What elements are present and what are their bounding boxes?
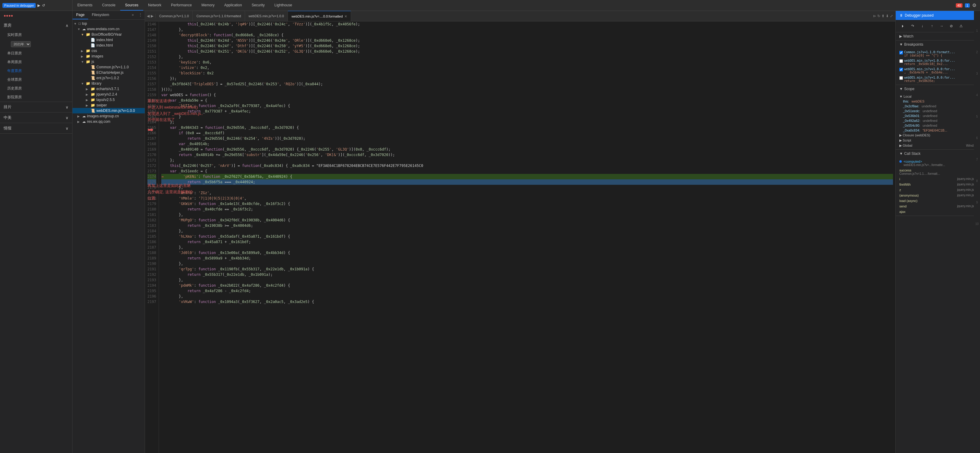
scope-key-this: this: — [903, 99, 909, 103]
tab-elements[interactable]: Elements — [73, 0, 97, 11]
tab-action-icon5[interactable]: ⤢ — [890, 14, 893, 18]
scope-global-header[interactable]: ▶ Global Wind... — [899, 143, 976, 148]
tree-item-echartshelper[interactable]: 📜 EChartsHelper.js — [73, 70, 145, 75]
breakpoint-checkbox-3[interactable] — [899, 68, 903, 71]
tab-action-icon2[interactable]: ↻ — [877, 14, 880, 18]
file-tree-options[interactable]: ⋮ — [136, 11, 145, 19]
code-tab-commonjs-formatted[interactable]: Common.js?v=1.1.0:formatted — [193, 11, 245, 21]
scope-local-header[interactable]: ▼ Local — [899, 94, 976, 99]
code-content[interactable]: this[_0x2246('0x24b', ')q#9')][_0x2246('… — [159, 21, 896, 453]
tree-item-jquery[interactable]: ▶ 📁 jquery/v2.2.4 — [73, 92, 145, 97]
call-stack-item-i[interactable]: i jquery.min.js:2 — [899, 176, 976, 182]
debug-step-btn[interactable]: → — [938, 22, 945, 30]
tree-item-js[interactable]: ▼ 📁 js — [73, 59, 145, 64]
tree-item-wxqq[interactable]: ▶ ☁ res.wx.qq.com — [73, 119, 145, 124]
tab-lighthouse[interactable]: Lighthouse — [269, 0, 297, 11]
debug-deactivate-btn[interactable]: ⊘ — [948, 22, 955, 30]
nav-group-header-info[interactable]: 情报 ∨ — [0, 123, 72, 133]
call-stack-item-firewith[interactable]: fireWith jquery.min.js:2 — [899, 182, 976, 187]
tree-item-library[interactable]: ▼ 📁 library — [73, 81, 145, 86]
nav-subitem-history[interactable]: 历史票房 — [0, 84, 72, 93]
code-tab-webdes-minjs[interactable]: webDES.min.js?v=1.0.0 — [245, 11, 288, 21]
breakpoints-section-header[interactable]: ▼ Breakpoints — [896, 40, 980, 48]
scope-section-header[interactable]: ▼ Scope — [896, 85, 980, 93]
tree-item-echarts[interactable]: ▶ 📁 echarts/v3.7.1 — [73, 86, 145, 92]
call-stack-item-z[interactable]: z jquery.min.js:4 — [899, 187, 976, 193]
nav-subitem-cinema[interactable]: 影院票房 — [0, 93, 72, 102]
tree-folder-icon-images: 📁 — [86, 54, 90, 58]
watch-section-header[interactable]: ▶ Watch — [896, 32, 980, 40]
tree-item-entjs[interactable]: 📜 ent.js?v=1.0.2 — [73, 75, 145, 81]
breakpoint-item-2[interactable]: webDES.min.js?v=1.0.0:for... return _0x5… — [899, 58, 976, 67]
file-tree-tab-page[interactable]: Page — [73, 11, 88, 19]
call-stack-section-header[interactable]: ▼ Call Stack — [896, 150, 980, 158]
tree-item-entgroup[interactable]: ▶ ☁ images.entgroup.cn — [73, 113, 145, 119]
call-stack-item-send[interactable]: send jquery.min.js:4 — [899, 204, 976, 209]
nav-subitem-daily[interactable]: 单日票房 — [0, 49, 72, 58]
tree-item-boxoffice[interactable]: ▼ 📁 BoxOffice/BO/Year — [73, 32, 145, 37]
scope-script-header[interactable]: ▶ Script — [899, 138, 976, 143]
breakpoint-item-1[interactable]: Common.js?v=1.1.0:formatt... if (data[0]… — [899, 49, 976, 58]
tree-folder-icon-top: □ — [78, 21, 81, 26]
reload-icon[interactable]: ↺ — [42, 3, 45, 8]
code-tab-close-webdes[interactable]: × — [345, 14, 347, 18]
record-icon[interactable]: ▶ — [37, 3, 40, 8]
debug-stepout-btn[interactable]: ↑ — [928, 22, 935, 30]
nav-group-header-schedule[interactable]: 排片 ∨ — [0, 102, 72, 112]
tree-item-top[interactable]: ▼ □ top — [73, 21, 145, 26]
tree-item-index2[interactable]: 📄 index.html — [73, 43, 145, 48]
tree-item-webdes[interactable]: 📜 webDES.min.js?v=1.0.0 — [73, 108, 145, 113]
code-tab-webdes-formatted[interactable]: webDES.min.js?v=....0.0:formatted × — [288, 11, 351, 21]
tab-nav-back[interactable]: ◀ — [147, 14, 150, 18]
tree-label-endata: www.endata.com.cn — [87, 27, 119, 31]
tab-action-icon3[interactable]: ⬆ — [881, 14, 885, 18]
tree-item-endata[interactable]: ▼ ☁ www.endata.com.cn — [73, 26, 145, 32]
file-tree-tab-filesystem[interactable]: Filesystem — [88, 11, 113, 19]
breakpoint-checkbox-4[interactable] — [899, 76, 903, 80]
scope-closure-header[interactable]: ▶ Closure (webDES) — [899, 133, 976, 138]
call-stack-item-success[interactable]: success Common.js?v=1.1....:formatt... — [899, 167, 976, 176]
tab-security[interactable]: Security — [247, 0, 269, 11]
breakpoint-checkbox-1[interactable] — [899, 51, 903, 54]
nav-subitem-global[interactable]: 全球票房 — [0, 75, 72, 84]
tree-cloud-icon-entgroup: ☁ — [82, 114, 86, 118]
tree-item-index1[interactable]: 📄 index.html — [73, 37, 145, 43]
scope-val-536b01: undefined — [923, 114, 937, 118]
nav-subitem-yearly[interactable]: 年度票房 — [0, 67, 72, 75]
tab-memory[interactable]: Memory — [197, 0, 220, 11]
call-stack-item-load[interactable]: load (async) — [899, 198, 976, 204]
nav-group-header-ticket[interactable]: 票房 ∧ — [0, 20, 72, 30]
call-stack-item-anonymous[interactable]: (anonymous) jquery.min.js:4 — [899, 193, 976, 198]
tab-action-icon4[interactable]: ⬇ — [886, 14, 889, 18]
breakpoint-item-4[interactable]: webDES.min.js?v=1.0.0:for... return _0x5… — [899, 75, 976, 83]
year-select[interactable]: 2021年 — [11, 41, 31, 47]
tree-label-index2: index.html — [96, 43, 113, 48]
settings-icon[interactable]: ⚙ — [972, 2, 976, 8]
code-tab-commonjs[interactable]: Common.js?v=1.1.0 — [156, 11, 193, 21]
breakpoint-checkbox-2[interactable] — [899, 59, 903, 63]
nav-group-header-chinausa[interactable]: 中美 ∨ — [0, 113, 72, 123]
tab-console[interactable]: Console — [97, 0, 120, 11]
debug-stepinto-btn[interactable]: ↓ — [919, 22, 926, 30]
tab-application[interactable]: Application — [220, 0, 247, 11]
tree-item-layui[interactable]: ▶ 📁 layui/v2.5.5 — [73, 97, 145, 102]
tab-sources[interactable]: Sources — [120, 0, 143, 11]
tree-item-commonjs[interactable]: 📜 Common.js?v=1.1.0 — [73, 64, 145, 70]
tab-performance[interactable]: Performance — [166, 0, 197, 11]
file-tree-more[interactable]: » — [129, 11, 136, 19]
debug-resume-btn[interactable]: ⏵ — [899, 22, 907, 30]
tree-item-images[interactable]: ▶ 📁 images — [73, 54, 145, 59]
call-stack-item-ajax[interactable]: ajax — [899, 209, 976, 214]
tab-nav-fwd[interactable]: ▶ — [151, 14, 153, 18]
nav-subitem-weekly[interactable]: 单周票房 — [0, 58, 72, 67]
breakpoint-item-3[interactable]: webDES.min.js?v=1.0.0:for... , _0x5b4e76… — [899, 67, 976, 75]
debug-stepover-btn[interactable]: ↷ — [909, 22, 916, 30]
tab-network[interactable]: Network — [143, 0, 166, 11]
breakpoint-condition-4: return _0x58635e; — [904, 79, 955, 83]
nav-subitem-realtime[interactable]: 实时票房 — [0, 30, 72, 39]
tab-action-icon1[interactable]: ⊳ — [873, 14, 876, 18]
tree-item-css[interactable]: ▶ 📁 css — [73, 48, 145, 54]
tree-item-swiper[interactable]: ▶ 📁 swiper — [73, 102, 145, 108]
call-stack-item-computed[interactable]: <computed> webDES.min.js?v=...formatte..… — [899, 159, 976, 167]
debug-pause-exceptions-btn[interactable]: ⚠ — [957, 22, 965, 30]
